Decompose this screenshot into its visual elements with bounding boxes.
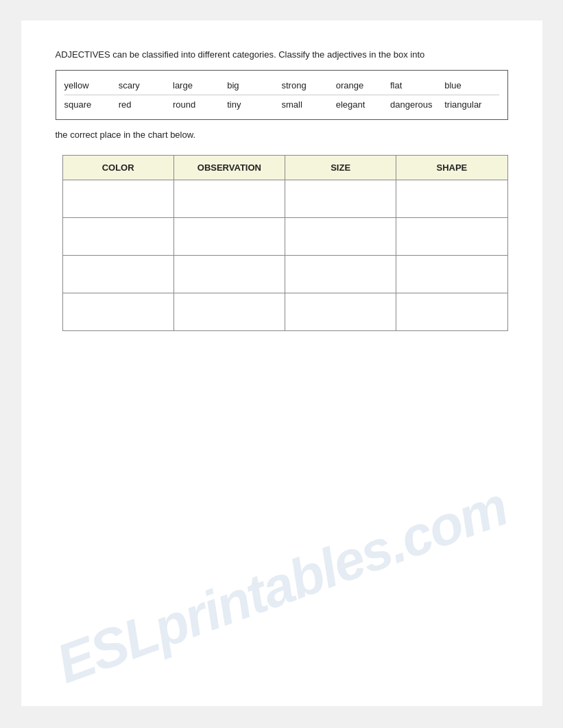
cell-size-1 [285,180,396,218]
header-color: COLOR [62,156,173,180]
intro-line1: ADJECTIVES can be classified into differ… [56,48,508,62]
page: ADJECTIVES can be classified into differ… [21,21,542,706]
cell-color-3 [62,256,173,293]
cell-color-4 [62,293,173,331]
word-cell: small [282,99,336,110]
header-observation: OBSERVATION [173,156,285,180]
word-box: yellowscarylargebigstrongorangeflatblue … [56,70,508,120]
cell-shape-1 [396,180,507,218]
cell-color-2 [62,218,173,256]
cell-obs-4 [173,293,285,331]
cell-color-1 [62,180,173,218]
word-cell: blue [444,80,499,90]
word-cell: strong [282,80,336,90]
cell-shape-4 [396,293,507,331]
word-cell: large [173,80,227,90]
word-row-2: squareredroundtinysmallelegantdangeroust… [64,95,499,114]
cell-obs-1 [173,180,285,218]
table-row [62,180,507,218]
word-cell: square [64,99,119,110]
word-cell: orange [336,80,390,90]
word-cell: yellow [64,80,119,90]
table-row [62,293,507,331]
cell-size-4 [285,293,396,331]
cell-size-3 [285,256,396,293]
cell-obs-3 [173,256,285,293]
intro-line2: the correct place in the chart below. [56,128,508,142]
chart-header-row: COLOR OBSERVATION SIZE SHAPE [62,156,507,180]
table-row [62,218,507,256]
word-cell: elegant [336,99,390,110]
word-cell: red [119,99,173,110]
header-shape: SHAPE [396,156,507,180]
word-cell: triangular [444,99,499,110]
cell-shape-3 [396,256,507,293]
word-cell: big [227,80,281,90]
word-cell: dangerous [390,99,444,110]
chart-table: COLOR OBSERVATION SIZE SHAPE [62,155,508,331]
header-size: SIZE [285,156,396,180]
word-cell: flat [390,80,444,90]
watermark: ESLprintables.com [48,475,514,696]
cell-shape-2 [396,218,507,256]
word-row-1: yellowscarylargebigstrongorangeflatblue [64,76,499,95]
word-cell: tiny [227,99,281,110]
cell-size-2 [285,218,396,256]
chart-container: COLOR OBSERVATION SIZE SHAPE [56,155,508,331]
word-cell: scary [119,80,173,90]
cell-obs-2 [173,218,285,256]
table-row [62,256,507,293]
word-cell: round [173,99,227,110]
